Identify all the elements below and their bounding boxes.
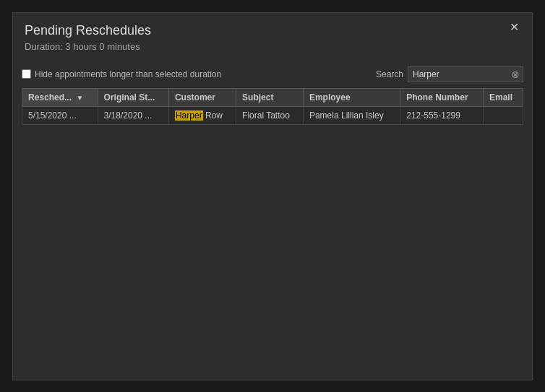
table-header: Resched... ▼ Original St... Customer Sub… xyxy=(22,88,523,106)
cell-reschedule-date: 5/15/2020 ... xyxy=(22,106,98,124)
table-body: 5/15/2020 ... 3/18/2020 ... Harper Row F… xyxy=(22,106,523,124)
close-button[interactable]: ✕ xyxy=(505,20,523,35)
cell-original-start: 3/18/2020 ... xyxy=(98,106,168,124)
col-header-original-start[interactable]: Original St... xyxy=(98,88,168,106)
cell-email xyxy=(483,106,523,124)
cell-subject: Floral Tattoo xyxy=(236,106,304,124)
cell-customer: Harper Row xyxy=(168,106,236,124)
hide-appointments-checkbox[interactable] xyxy=(22,69,31,79)
hide-checkbox-text: Hide appointments longer than selected d… xyxy=(35,69,221,79)
appointments-table: Resched... ▼ Original St... Customer Sub… xyxy=(22,88,523,125)
col-header-employee[interactable]: Employee xyxy=(303,88,400,106)
col-header-customer[interactable]: Customer xyxy=(168,88,236,106)
sort-arrow-icon: ▼ xyxy=(76,94,83,102)
customer-highlight: Harper xyxy=(175,110,203,121)
title-bar: Pending Reschedules Duration: 3 hours 0 … xyxy=(13,13,532,64)
dialog-subtitle: Duration: 3 hours 0 minutes xyxy=(25,41,520,52)
dialog-title: Pending Reschedules xyxy=(25,23,520,38)
toolbar-right: Search ⊗ xyxy=(376,66,523,82)
col-header-subject[interactable]: Subject xyxy=(236,88,304,106)
cell-phone: 212-555-1299 xyxy=(400,106,484,124)
customer-rest: Row xyxy=(203,110,223,121)
toolbar: Hide appointments longer than selected d… xyxy=(13,64,532,88)
col-header-email[interactable]: Email xyxy=(483,88,523,106)
pending-reschedules-dialog: Pending Reschedules Duration: 3 hours 0 … xyxy=(12,12,533,380)
table-row[interactable]: 5/15/2020 ... 3/18/2020 ... Harper Row F… xyxy=(22,106,523,124)
search-clear-button[interactable]: ⊗ xyxy=(510,69,521,79)
table-container: Resched... ▼ Original St... Customer Sub… xyxy=(13,88,532,361)
col-header-phone[interactable]: Phone Number xyxy=(400,88,484,106)
hide-checkbox-label[interactable]: Hide appointments longer than selected d… xyxy=(22,69,221,79)
search-wrapper: ⊗ xyxy=(408,66,523,82)
toolbar-left: Hide appointments longer than selected d… xyxy=(22,69,221,79)
search-label: Search xyxy=(376,69,403,79)
search-input[interactable] xyxy=(408,66,523,82)
cell-employee: Pamela Lillian Isley xyxy=(303,106,400,124)
col-header-reschedule-date[interactable]: Resched... ▼ xyxy=(22,88,98,106)
